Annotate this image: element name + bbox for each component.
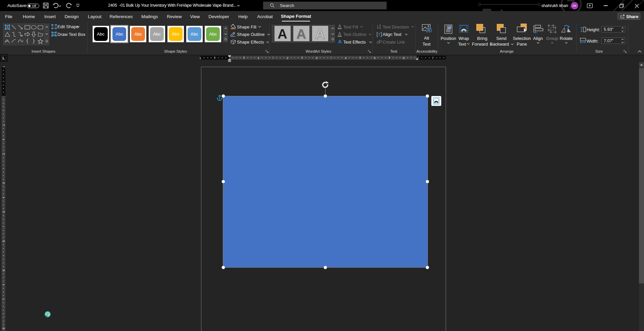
svg-text:A: A [338,32,341,36]
svg-text:A: A [338,39,342,44]
svg-text:A: A [6,25,8,29]
svg-text:A: A [379,26,381,29]
svg-text:A: A [53,33,55,36]
svg-text:A: A [338,24,341,29]
